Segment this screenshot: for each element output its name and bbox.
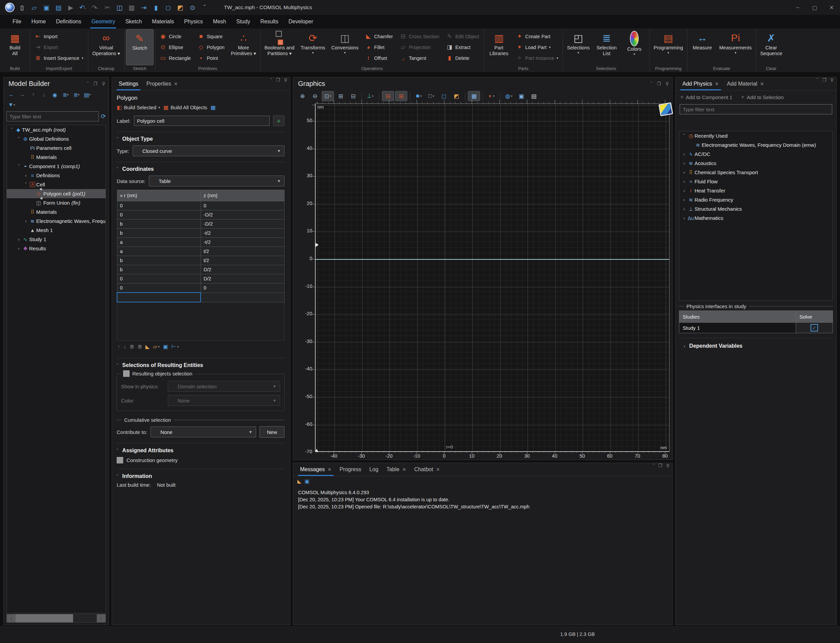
build-preview-icon[interactable]: ▦: [211, 104, 216, 111]
tab-table[interactable]: Table✕: [382, 463, 410, 476]
load-from-file-button[interactable]: ▱▾: [153, 343, 160, 350]
conversions-button[interactable]: ◫Conversions▾: [328, 29, 361, 65]
table-cell[interactable]: t/2: [201, 256, 284, 265]
build-all-objects-button[interactable]: ▦ Build All Objects: [163, 104, 208, 111]
tree-item-acoustics[interactable]: ›≋Acoustics: [679, 158, 833, 168]
selections-section-header[interactable]: ˇ Selections of Resulting Entities: [117, 358, 284, 368]
close-icon[interactable]: ✕: [715, 81, 719, 86]
redo-button[interactable]: ↷⌄: [90, 2, 100, 13]
move-row-down-button[interactable]: ↓: [124, 344, 126, 350]
go-to-view-button[interactable]: ⟂▾: [365, 91, 376, 101]
scene-color-button[interactable]: ◐▾: [486, 91, 497, 101]
panel-collapse-icon[interactable]: ˇ: [87, 81, 88, 86]
undo-button[interactable]: ↶⌄: [78, 2, 88, 13]
insert-sequence-button[interactable]: ≣Insert Sequence▾: [31, 53, 87, 63]
copy-button[interactable]: ◫: [114, 2, 124, 13]
table-cell[interactable]: 0: [117, 211, 201, 220]
panel-pin-icon[interactable]: ⚲: [665, 81, 669, 86]
table-cell[interactable]: -t/2: [201, 238, 284, 247]
tab-log[interactable]: Log: [365, 463, 382, 476]
duplicate-button[interactable]: ⇥: [139, 2, 149, 13]
tree-item-global-definitions[interactable]: ˇ⊕Global Definitions: [7, 134, 106, 144]
menu-item-results[interactable]: Results: [255, 15, 283, 28]
table-cell[interactable]: 0: [117, 284, 201, 293]
close-button[interactable]: ✕: [823, 0, 840, 15]
table-cell[interactable]: 0: [117, 274, 201, 284]
tree-item-results[interactable]: ›❖Results: [7, 244, 106, 253]
panel-pin-icon[interactable]: ⚲: [666, 463, 670, 476]
tree-item-heat-transfer[interactable]: ›≀Heat Transfer: [679, 186, 833, 195]
table-cell[interactable]: -t/2: [201, 228, 284, 238]
scrollbar-thumb[interactable]: [16, 614, 73, 622]
chevron-down-icon[interactable]: ˇ: [16, 136, 22, 141]
tab-chatbot[interactable]: Chatbot✕: [410, 463, 444, 476]
ellipse-button[interactable]: ⊙Ellipse: [157, 42, 194, 52]
add-to-component-1-button[interactable]: +Add to Component 1: [680, 94, 732, 100]
chevron-right-icon[interactable]: ›: [16, 246, 22, 251]
table-cell[interactable]: [201, 292, 284, 302]
square-button[interactable]: ■Square: [194, 31, 227, 42]
select-box-button[interactable]: ◻: [163, 2, 173, 13]
cross-section-button[interactable]: ⊟Cross Section: [397, 31, 442, 42]
build-selected-button[interactable]: ◧ Build Selected ▾: [117, 104, 160, 111]
chevron-right-icon[interactable]: ›: [681, 161, 687, 166]
tree-item-materials[interactable]: ⠿Materials: [7, 153, 106, 162]
move-up-button[interactable]: ↑: [28, 90, 38, 99]
delete-button[interactable]: ▮: [151, 2, 161, 13]
contribute-to-select[interactable]: None▼: [150, 426, 256, 437]
chamfer-button[interactable]: ◣Chamfer: [362, 31, 396, 42]
part-libraries-button[interactable]: ▥Part Libraries: [485, 29, 513, 65]
transparency-button[interactable]: □▾: [426, 91, 437, 101]
panel-float-icon[interactable]: ❐: [659, 463, 662, 476]
menu-item-mesh[interactable]: Mesh: [208, 15, 231, 28]
programming-button[interactable]: ▤Programming▾: [651, 29, 686, 65]
object-type-select[interactable]: Closed curve▼: [132, 145, 284, 156]
solve-checkbox[interactable]: ✓: [811, 324, 818, 331]
tree-item-ac-dc[interactable]: ›ϟAC/DC: [679, 150, 833, 158]
more-primitives-button[interactable]: ∴More Primitives ▾: [228, 29, 259, 65]
save-as-button[interactable]: ▤: [54, 2, 64, 13]
table-row[interactable]: Study 1 ✓: [679, 323, 833, 333]
tree-item-mesh-1[interactable]: ▲Mesh 1: [7, 225, 106, 235]
measurements-button[interactable]: PiMeasurements▾: [716, 29, 754, 65]
show-in-physics-select[interactable]: Domain selection▼: [168, 381, 280, 392]
table-cell[interactable]: 0: [201, 201, 284, 211]
new-button[interactable]: New: [260, 426, 284, 438]
menu-item-definitions[interactable]: Definitions: [51, 15, 86, 28]
table-cell[interactable]: 0: [201, 284, 284, 293]
panel-float-icon[interactable]: ❐: [657, 81, 661, 86]
tree-item-fluid-flow[interactable]: ›≈Fluid Flow: [679, 177, 833, 186]
coordinates-section-header[interactable]: ˇ Coordinates: [117, 162, 284, 172]
table-cell[interactable]: 0: [117, 201, 201, 211]
label-edit-button[interactable]: ≡: [273, 115, 284, 126]
model-builder-horizontal-scrollbar[interactable]: ‹ ›: [7, 614, 106, 623]
tree-item-materials[interactable]: ⠿Materials: [7, 207, 106, 217]
show-button[interactable]: ◉: [50, 90, 60, 99]
panel-pin-icon[interactable]: ⚲: [102, 81, 105, 86]
chevron-right-icon[interactable]: ›: [681, 188, 687, 193]
run-button[interactable]: ▶: [65, 2, 76, 13]
delete-button[interactable]: ▮Delete: [443, 53, 482, 63]
tree-item-electromagnetic-waves-frequ[interactable]: ›≋Electromagnetic Waves, Frequ: [7, 217, 106, 225]
tree-item-chemical-species-transport[interactable]: ›⠿Chemical Species Transport: [679, 168, 833, 177]
load-part-button[interactable]: ✦Load Part▾: [513, 42, 561, 52]
new-file-button[interactable]: ▯: [17, 2, 27, 13]
fillet-button[interactable]: ◕Fillet: [362, 42, 396, 52]
menu-item-study[interactable]: Study: [231, 15, 255, 28]
table-cell[interactable]: b: [117, 256, 201, 265]
clear-table-button[interactable]: ◣: [145, 343, 150, 350]
menu-item-developer[interactable]: Developer: [283, 15, 318, 28]
tree-item-definitions[interactable]: ›≡Definitions: [7, 171, 106, 180]
tree-item-electromagnetic-waves-frequency-domain-emw-[interactable]: ≋Electromagnetic Waves, Frequency Domain…: [679, 140, 833, 150]
zoom-out-button[interactable]: ⊖: [309, 91, 321, 101]
toolbar-options-button[interactable]: ˇ: [199, 2, 210, 13]
measure-button[interactable]: ↔Measure: [689, 29, 716, 65]
chevron-right-icon[interactable]: ›: [681, 197, 687, 202]
select-objects-button[interactable]: ◻: [438, 91, 449, 101]
table-cell[interactable]: b: [117, 228, 201, 238]
chevron-right-icon[interactable]: ›: [23, 219, 29, 224]
close-icon[interactable]: ✕: [327, 467, 332, 472]
tree-item-cell[interactable]: ˇACell: [7, 180, 106, 189]
add-row-button[interactable]: ≣: [129, 343, 134, 350]
tree-item-tw-acc-mph[interactable]: ˇ◆TW_acc.mph(root): [7, 125, 106, 134]
